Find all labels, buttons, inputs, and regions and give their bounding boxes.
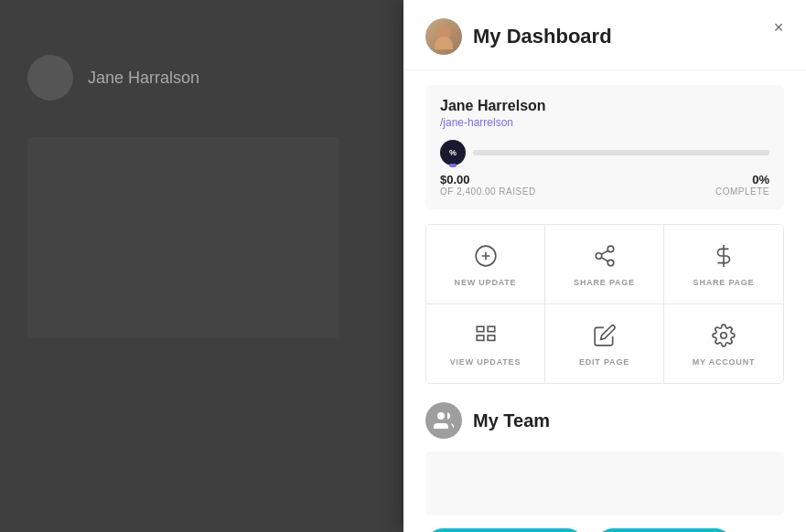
- user-name: Jane Harrelson: [440, 98, 769, 114]
- gear-icon: [709, 321, 738, 350]
- close-icon: ×: [774, 18, 784, 37]
- svg-point-13: [721, 333, 727, 339]
- svg-point-14: [437, 412, 445, 420]
- amount-raised: $0.00: [440, 173, 536, 186]
- bg-avatar: [27, 55, 73, 101]
- team-content-area: [425, 452, 784, 516]
- raised-label: OF 2,400.00 RAISED: [440, 186, 536, 197]
- pencil-icon: [590, 321, 619, 350]
- create-team-button[interactable]: CREATE A TEAM: [425, 528, 585, 532]
- action-label-edit-page: EDIT PAGE: [579, 357, 629, 367]
- action-label-view-updates: VIEW UPDATES: [450, 357, 521, 367]
- action-edit-page[interactable]: EDIT PAGE: [545, 304, 664, 383]
- svg-line-6: [601, 258, 607, 261]
- svg-rect-9: [477, 326, 484, 331]
- svg-rect-10: [488, 326, 495, 331]
- team-header: My Team: [425, 402, 784, 439]
- avatar: [425, 18, 462, 55]
- stat-left: $0.00 OF 2,400.00 RAISED: [440, 173, 536, 197]
- progress-bar-container: [473, 150, 769, 155]
- team-buttons: CREATE A TEAM JOIN A TEAM: [425, 528, 784, 532]
- progress-circle: %: [440, 140, 466, 165]
- progress-icon: %: [449, 148, 457, 157]
- user-link: /jane-harrelson: [440, 116, 769, 129]
- modal-title: My Dashboard: [473, 25, 612, 48]
- grid-icon: [471, 321, 500, 350]
- team-icon: [425, 402, 462, 439]
- action-share-page-1[interactable]: SHARE PAGE: [545, 225, 664, 304]
- bg-user-row: Jane Harralson: [27, 55, 375, 101]
- user-card: Jane Harrelson /jane-harrelson % $0.00 O…: [425, 85, 784, 209]
- svg-point-5: [607, 260, 614, 266]
- avatar-image: [425, 18, 462, 55]
- svg-rect-12: [488, 335, 495, 340]
- bg-image: [27, 137, 339, 338]
- action-label-new-update: NEW UPDATE: [455, 278, 517, 287]
- action-new-update[interactable]: NEW UPDATE: [426, 225, 545, 304]
- complete-label: COMPLETE: [715, 186, 769, 197]
- action-my-account[interactable]: MY ACCOUNT: [664, 304, 783, 383]
- stat-right: 0% COMPLETE: [715, 173, 769, 197]
- complete-pct: 0%: [715, 173, 769, 186]
- svg-point-4: [596, 253, 602, 260]
- action-label-share-2: SHARE PAGE: [693, 278, 755, 287]
- svg-rect-11: [477, 335, 484, 340]
- modal-header: My Dashboard: [403, 0, 806, 70]
- svg-point-3: [607, 246, 614, 252]
- team-title: My Team: [473, 410, 550, 431]
- bg-user-name: Jane Harralson: [88, 69, 199, 88]
- background-content: Jane Harralson: [0, 0, 403, 532]
- modal-panel: × My Dashboard Jane Harrelson /jane-harr…: [403, 0, 806, 532]
- action-label-share-1: SHARE PAGE: [574, 278, 635, 287]
- plus-circle-icon: [471, 241, 500, 271]
- join-team-button[interactable]: JOIN A TEAM: [596, 528, 733, 532]
- svg-line-7: [601, 250, 607, 254]
- team-icon-svg: [433, 410, 455, 431]
- share-icon: [590, 241, 619, 271]
- action-view-updates[interactable]: VIEW UPDATES: [426, 304, 545, 383]
- dollar-icon: [709, 241, 738, 271]
- action-share-page-2[interactable]: SHARE PAGE: [664, 225, 783, 304]
- action-label-my-account: MY ACCOUNT: [693, 357, 756, 367]
- close-button[interactable]: ×: [766, 15, 791, 40]
- team-section: My Team CREATE A TEAM JOIN A TEAM: [403, 384, 806, 532]
- action-grid: NEW UPDATE SHARE PAGE: [425, 224, 784, 384]
- progress-area: %: [440, 140, 769, 165]
- progress-stats: $0.00 OF 2,400.00 RAISED 0% COMPLETE: [440, 173, 769, 197]
